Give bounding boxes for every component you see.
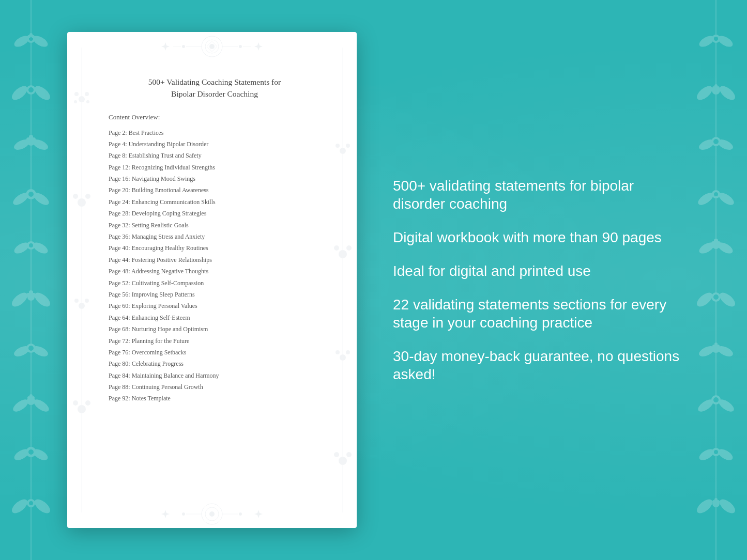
document-content: 500+ Validating Coaching Statements for … [67,48,357,512]
table-of-contents-item: Page 72: Planning for the Future [109,336,321,346]
svg-point-125 [85,400,90,406]
table-of-contents-item: Page 76: Overcoming Setbacks [109,347,321,357]
table-of-contents-item: Page 92: Notes Template [109,393,321,403]
table-of-contents-item: Page 8: Establishing Trust and Safety [109,150,321,161]
svg-point-133 [340,354,346,361]
svg-marker-110 [254,42,263,51]
svg-point-119 [85,194,90,199]
table-of-contents-item: Page 60: Exploring Personal Values [109,301,321,311]
svg-point-131 [334,245,339,251]
svg-point-120 [79,303,85,309]
svg-point-135 [346,350,350,354]
table-of-contents-item: Page 36: Managing Stress and Anxiety [109,231,321,242]
document-title: 500+ Validating Coaching Statements for … [109,76,321,100]
svg-point-129 [346,144,350,148]
table-of-contents-item: Page 32: Setting Realistic Goals [109,220,321,230]
svg-point-114 [85,92,89,96]
table-of-contents-item: Page 80: Celebrating Progress [109,359,321,369]
svg-point-141 [209,511,215,517]
svg-point-123 [78,405,86,413]
svg-point-137 [334,452,339,457]
feature-text-4: 22 validating statements sections for ev… [393,295,680,332]
table-of-contents-item: Page 64: Enhancing Self-Esteem [109,313,321,323]
feature-text-2: Digital workbook with more than 90 pages [393,228,680,246]
doc-right-decoration [328,32,357,528]
table-of-contents-item: Page 68: Nurturing Hope and Optimism [109,324,321,334]
svg-point-117 [78,198,86,207]
table-of-contents-item: Page 16: Navigating Mood Swings [109,174,321,184]
table-of-contents: Page 2: Best PracticesPage 4: Understand… [109,128,321,404]
svg-point-105 [239,45,242,48]
feature-text-1: 500+ validating statements for bipolar d… [393,177,680,213]
svg-point-127 [340,148,346,154]
svg-point-138 [346,452,352,457]
doc-bottom-decoration [67,500,357,528]
table-of-contents-item: Page 28: Developing Coping Strategies [109,208,321,219]
table-of-contents-item: Page 44: Fostering Positive Relationship… [109,255,321,265]
table-of-contents-item: Page 48: Addressing Negative Thoughts [109,266,321,276]
svg-point-122 [85,299,89,303]
svg-marker-109 [161,42,170,51]
svg-point-144 [182,512,185,516]
svg-point-145 [239,512,242,516]
table-of-contents-item: Page 84: Maintaining Balance and Harmony [109,370,321,381]
table-of-contents-item: Page 4: Understanding Bipolar Disorder [109,139,321,149]
svg-point-132 [346,245,352,251]
doc-top-decoration [67,32,357,60]
doc-title-line2: Bipolar Disorder Coaching [171,89,258,98]
table-of-contents-item: Page 52: Cultivating Self-Compassion [109,278,321,288]
content-overview-label: Content Overview: [109,113,321,121]
svg-point-112 [79,96,85,102]
svg-point-101 [209,44,215,49]
table-of-contents-item: Page 88: Continuing Personal Growth [109,382,321,392]
svg-point-130 [339,250,347,258]
features-panel: 500+ validating statements for bipolar d… [383,177,680,383]
table-of-contents-item: Page 24: Enhancing Communication Skills [109,197,321,207]
svg-point-116 [86,100,89,103]
svg-marker-147 [254,510,263,518]
document-mockup: 500+ Validating Coaching Statements for … [67,32,357,528]
svg-point-128 [336,144,340,148]
svg-point-136 [339,457,347,465]
svg-point-104 [182,45,185,48]
feature-text-3: Ideal for digital and printed use [393,262,680,280]
table-of-contents-item: Page 20: Building Emotional Awareness [109,185,321,195]
doc-title-line1: 500+ Validating Coaching Statements for [148,77,281,86]
table-of-contents-item: Page 2: Best Practices [109,128,321,138]
doc-left-decoration [67,32,96,528]
svg-point-121 [74,299,79,303]
table-of-contents-item: Page 56: Improving Sleep Patterns [109,289,321,300]
table-of-contents-item: Page 40: Encouraging Healthy Routines [109,243,321,253]
svg-point-115 [74,100,77,103]
feature-text-5: 30-day money-back guarantee, no question… [393,347,680,383]
svg-point-134 [336,350,340,354]
svg-point-124 [73,400,78,406]
svg-point-118 [73,194,78,199]
svg-marker-146 [161,510,170,518]
table-of-contents-item: Page 12: Recognizing Individual Strength… [109,162,321,173]
svg-point-113 [74,92,79,96]
main-layout: 500+ Validating Coaching Statements for … [0,0,747,560]
